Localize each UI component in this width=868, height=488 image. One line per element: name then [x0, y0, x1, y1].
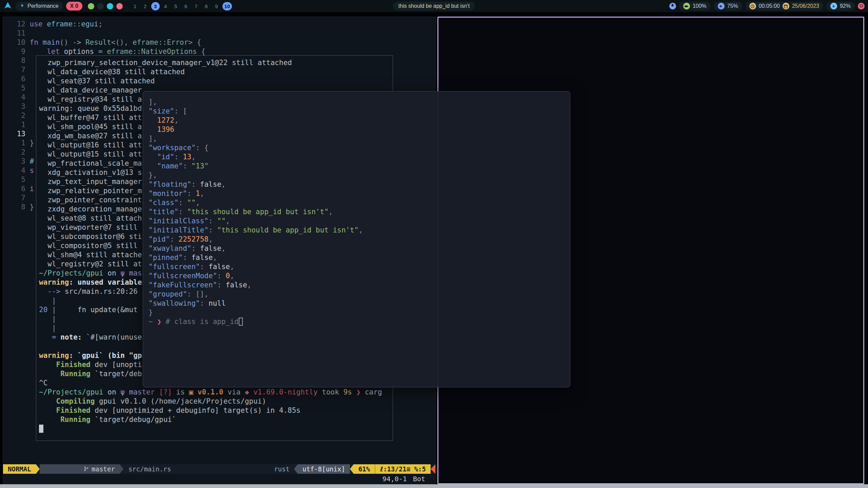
- terminal-line: "initialTitle": "this should be app_id b…: [149, 226, 570, 235]
- terminal-line: "title": "this should be app_id but isn'…: [149, 207, 570, 217]
- tray-icon-dark[interactable]: [97, 3, 104, 9]
- brightness-icon: [830, 3, 837, 9]
- workspace-3[interactable]: 3: [151, 2, 160, 11]
- terminal-line: "pid": 2252758,: [149, 235, 570, 244]
- terminal-line: "floating": false,: [149, 180, 570, 189]
- battery-icon: [683, 3, 690, 9]
- bar-left-modules: Performance X 0 12345678910: [3, 2, 232, 11]
- encoding-segment: utf-8[unix]: [298, 464, 350, 474]
- terminal-line: "xwayland": false,: [149, 244, 570, 253]
- vim-cmdline: 94,0-1 Bot: [3, 474, 435, 484]
- terminal-line: ~ ❯ # class is app_id: [149, 317, 570, 326]
- ruler-position: 94,0-1: [382, 475, 407, 483]
- terminal-line: "monitor": 1,: [149, 189, 570, 198]
- workspace-4[interactable]: 4: [161, 2, 170, 11]
- terminal-line: ~/Projects/gpui on ψ master [?] is ▣ v0.…: [39, 388, 393, 397]
- workspace-1[interactable]: 1: [131, 2, 139, 11]
- bolt-icon: [20, 3, 25, 9]
- terminal-line: 1272,: [149, 116, 570, 125]
- clock-widget[interactable]: 00:05:00 25/06/2023: [745, 2, 823, 11]
- terminal-line: "workspace": {: [149, 143, 570, 152]
- arch-logo-icon: [4, 1, 12, 11]
- close-widget[interactable]: X 0: [66, 2, 82, 11]
- workspace-8[interactable]: 8: [202, 2, 211, 11]
- floating-json-terminal[interactable]: ],"size": [ 1272, 1396],"workspace": { "…: [143, 91, 570, 387]
- terminal-line: "name": "13": [149, 162, 570, 171]
- bell-icon: [670, 3, 675, 9]
- tray-icon-pink[interactable]: [116, 3, 123, 9]
- terminal-line: "grouped": [],: [149, 290, 570, 299]
- terminal-line: ],: [149, 98, 570, 107]
- statusline-endcap: [431, 464, 435, 474]
- terminal-line: [39, 424, 393, 433]
- terminal-line: zwp_primary_selection_device_manager_v1@…: [39, 58, 393, 67]
- terminal-line: wl_seat@37 still attached: [39, 77, 393, 86]
- filename: src/main.rs: [129, 464, 171, 474]
- terminal-line: Running `target/debug/gpui`: [39, 415, 393, 424]
- workspace-2[interactable]: 2: [141, 2, 150, 11]
- terminal-line: 12 use eframe::egui;: [13, 20, 435, 29]
- terminal-line: }: [149, 308, 570, 317]
- tray-icon-teal[interactable]: [107, 3, 113, 9]
- clock-icon: [749, 3, 756, 9]
- filetype: rust: [274, 464, 290, 474]
- terminal-line: "id": 13,: [149, 152, 570, 162]
- terminal-line: "fakeFullscreen": false,: [149, 281, 570, 290]
- vim-statusline: NORMAL master src/main.rs rust utf-8[uni…: [3, 464, 435, 474]
- terminal-line: "initialClass": "",: [149, 217, 570, 226]
- workspace-9[interactable]: 9: [212, 2, 221, 11]
- terminal-line: "size": [: [149, 107, 570, 116]
- git-branch-segment: master: [40, 464, 120, 474]
- tray-icon-green[interactable]: [88, 3, 94, 9]
- notifications-button[interactable]: [669, 3, 676, 9]
- calendar-icon: [783, 3, 789, 9]
- bar-right-modules: 100% 75% 00:05:00 25/06/2023: [669, 2, 865, 11]
- terminal-line: Finished dev [unoptimized + debuginfo] t…: [39, 406, 393, 415]
- terminal-line: 9 let options = eframe::NativeOptions {: [13, 47, 435, 56]
- launcher-button[interactable]: [3, 2, 12, 11]
- mode-indicator: NORMAL: [3, 464, 36, 474]
- ruler-scroll: Bot: [413, 475, 425, 483]
- brightness-widget[interactable]: 92%: [826, 2, 855, 11]
- status-bar: Performance X 0 12345678910 this should …: [0, 0, 868, 12]
- speaker-icon: [718, 3, 725, 9]
- desktop-edge: [0, 484, 868, 488]
- volume-widget[interactable]: 75%: [714, 2, 742, 11]
- terminal-line: ],: [149, 134, 570, 143]
- date-text: 25/06/2023: [792, 3, 819, 9]
- workspace-6[interactable]: 6: [182, 2, 190, 11]
- terminal-line: 1396: [149, 125, 570, 134]
- workspace-7[interactable]: 7: [192, 2, 200, 11]
- workspaces: 12345678910: [131, 2, 232, 11]
- desktop: Performance X 0 12345678910 this should …: [0, 0, 868, 488]
- performance-widget[interactable]: Performance: [16, 2, 63, 11]
- terminal-line: "fullscreen": false,: [149, 262, 570, 271]
- terminal-line: "swallowing": null: [149, 299, 570, 308]
- scroll-percent: 61%: [354, 464, 375, 474]
- terminal-line: Compiling gpui v0.1.0 (/home/jacek/Proje…: [39, 397, 393, 406]
- terminal-line: },: [149, 171, 570, 180]
- terminal-line: "class": "",: [149, 198, 570, 207]
- active-window-title: this should be app_id but isn't: [393, 2, 475, 11]
- workspace-5[interactable]: 5: [172, 2, 180, 11]
- terminal-line: wl_data_device@38 still attached: [39, 67, 393, 77]
- tray: [88, 3, 123, 9]
- power-icon: [859, 3, 864, 9]
- time-text: 00:05:00: [759, 3, 780, 9]
- terminal-line: 10 fn main() -> Result<(), eframe::Error…: [13, 38, 435, 47]
- performance-label: Performance: [27, 3, 59, 9]
- battery-widget[interactable]: 100%: [679, 2, 711, 11]
- terminal-line: 11: [13, 29, 435, 38]
- workspace-10[interactable]: 10: [222, 2, 232, 11]
- power-button[interactable]: [858, 3, 865, 9]
- cursor-location: ℓ:13/21≡ %:5: [375, 464, 431, 474]
- terminal-line: "pinned": false,: [149, 253, 570, 262]
- terminal-line: "fullscreenMode": 0,: [149, 271, 570, 281]
